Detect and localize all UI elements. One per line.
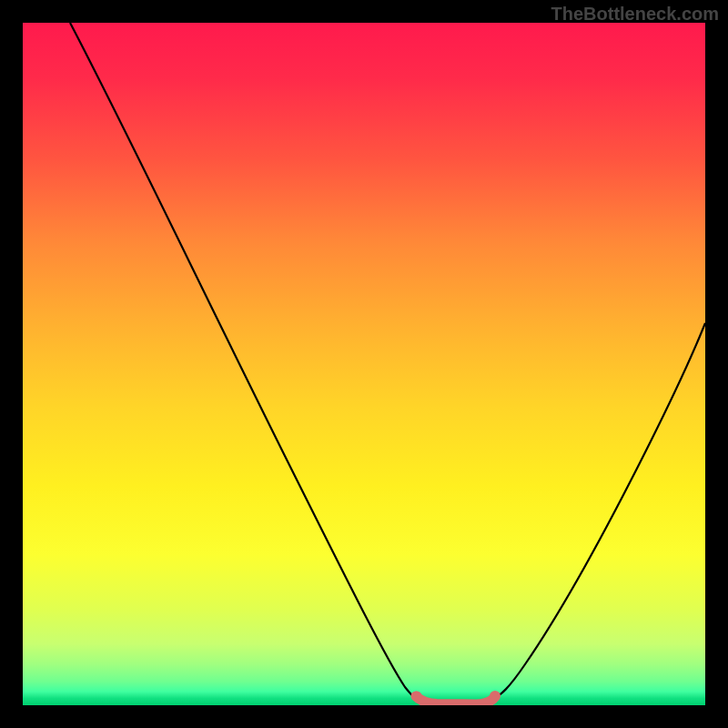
watermark-text: TheBottleneck.com bbox=[551, 4, 719, 25]
chart-curve-svg bbox=[23, 23, 705, 705]
optimal-zone-dot-end bbox=[490, 691, 500, 702]
bottleneck-curve-right bbox=[491, 323, 705, 700]
optimal-zone-dot-start bbox=[412, 692, 422, 702]
bottleneck-curve-left bbox=[70, 23, 421, 702]
chart-plot-area bbox=[23, 23, 705, 705]
optimal-zone-strip bbox=[416, 696, 493, 704]
